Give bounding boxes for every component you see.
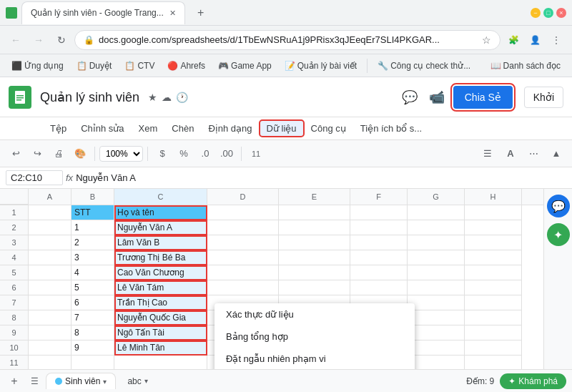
menu-item-datngu[interactable]: Đặt ngẫu nhiên phạm vi — [214, 348, 415, 369]
cell-h5[interactable] — [465, 265, 522, 280]
cell-b2[interactable]: 1 — [72, 220, 114, 235]
extensions-btn[interactable]: 🧩 — [503, 30, 523, 50]
bookmark-star-icon[interactable]: ☆ — [482, 34, 491, 46]
cell-f5[interactable] — [350, 265, 408, 280]
cell-b6[interactable]: 5 — [72, 280, 114, 295]
cell-h10[interactable] — [465, 340, 522, 356]
col-header-h[interactable]: H — [465, 189, 522, 205]
bookmark-quanlybv[interactable]: 📝 Quản lý bài viết — [279, 59, 363, 73]
cell-d1[interactable] — [207, 205, 279, 220]
cell-c11[interactable] — [114, 356, 207, 369]
col-header-b[interactable]: B — [72, 189, 114, 205]
menu-chinhedit[interactable]: Chỉnh sửa — [74, 120, 131, 137]
new-tab-button[interactable]: + — [191, 3, 211, 23]
bookmark-ctv[interactable]: 📋 CTV — [119, 59, 160, 73]
cell-b1[interactable]: STT — [72, 205, 114, 220]
menu-dulieu[interactable]: Dữ liệu — [260, 120, 304, 137]
cell-a7[interactable] — [29, 295, 72, 310]
cell-h1[interactable] — [465, 205, 522, 220]
cell-reference[interactable]: C2:C10 — [6, 170, 63, 185]
cell-b9[interactable]: 8 — [72, 325, 114, 340]
sheet-tab-abc[interactable]: abc ▾ — [119, 373, 156, 389]
comments-btn[interactable]: 💬 — [399, 87, 420, 108]
menu-item-bangtong[interactable]: Bảng tổng hợp — [214, 325, 415, 348]
cell-g10[interactable] — [408, 340, 465, 356]
sidebar-comments-icon[interactable]: 💬 — [547, 195, 570, 217]
minimize-btn[interactable]: − — [531, 8, 541, 18]
undo-btn[interactable]: ↩ — [6, 144, 26, 164]
cell-a4[interactable] — [29, 250, 72, 265]
col-header-f[interactable]: F — [350, 189, 408, 205]
sheets-list-button[interactable]: ☰ — [26, 373, 43, 390]
cell-g4[interactable] — [408, 250, 465, 265]
cell-e5[interactable] — [279, 265, 350, 280]
history-icon[interactable]: 🕐 — [176, 92, 188, 103]
col-header-d[interactable]: D — [207, 189, 279, 205]
cell-e2[interactable] — [279, 220, 350, 235]
cell-d3[interactable] — [207, 235, 279, 250]
cell-c1[interactable]: Họ và tên — [114, 205, 207, 220]
cell-c8[interactable]: Nguyễn Quốc Gia — [114, 310, 207, 325]
cell-c9[interactable]: Ngô Tấn Tài — [114, 325, 207, 340]
col-header-a[interactable]: A — [29, 189, 72, 205]
cell-a11[interactable] — [29, 356, 72, 369]
zoom-select[interactable]: 100% — [99, 146, 143, 162]
font-btn[interactable]: 11 — [246, 144, 266, 164]
cell-a2[interactable] — [29, 220, 72, 235]
menu-xem[interactable]: Xem — [132, 120, 165, 137]
profile-btn[interactable]: 👤 — [525, 30, 545, 50]
cell-e3[interactable] — [279, 235, 350, 250]
decimal-inc-btn[interactable]: .00 — [217, 144, 237, 164]
meet-btn[interactable]: 📹 — [426, 87, 448, 108]
bookmark-duyet[interactable]: 📋 Duyệt — [71, 59, 118, 73]
menu-dinhdag[interactable]: Định dạng — [201, 120, 259, 137]
cell-f4[interactable] — [350, 250, 408, 265]
cell-c10[interactable]: Lê Minh Tân — [114, 340, 207, 356]
cell-b5[interactable]: 4 — [72, 265, 114, 280]
menu-item-xacthuc[interactable]: Xác thực dữ liệu — [214, 303, 415, 325]
sidebar-explore-icon[interactable]: ✦ — [547, 223, 570, 246]
cell-g1[interactable] — [408, 205, 465, 220]
col-header-e[interactable]: E — [279, 189, 350, 205]
close-btn[interactable]: × — [556, 8, 566, 18]
url-bar[interactable]: 🔒 docs.google.com/spreadsheets/d/1TbEwNS… — [74, 30, 500, 50]
cell-a1[interactable] — [29, 205, 72, 220]
cell-g11[interactable] — [408, 356, 465, 369]
sheet-tab2-dropdown-icon[interactable]: ▾ — [144, 377, 148, 385]
cell-c6[interactable]: Lê Văn Tám — [114, 280, 207, 295]
cell-g7[interactable] — [408, 295, 465, 310]
cell-h8[interactable] — [465, 310, 522, 325]
cell-a5[interactable] — [29, 265, 72, 280]
cell-g3[interactable] — [408, 235, 465, 250]
cloud-icon[interactable]: ☁ — [162, 92, 172, 103]
cell-b11[interactable] — [72, 356, 114, 369]
cell-b10[interactable]: 9 — [72, 340, 114, 356]
cell-c4[interactable]: Trương Thị Bé Ba — [114, 250, 207, 265]
data-menu-dropdown[interactable]: Xác thực dữ liệu Bảng tổng hợp Đặt ngẫu … — [214, 303, 415, 369]
more-btn[interactable]: ⋮ — [546, 30, 566, 50]
paint-format-btn[interactable]: 🎨 — [70, 144, 90, 164]
cell-f1[interactable] — [350, 205, 408, 220]
cell-b4[interactable]: 3 — [72, 250, 114, 265]
cell-h4[interactable] — [465, 250, 522, 265]
menu-congcu[interactable]: Công cụ — [304, 120, 353, 137]
star-icon[interactable]: ★ — [148, 92, 157, 103]
menu-tep[interactable]: Tệp — [43, 120, 74, 137]
print-btn[interactable]: 🖨 — [49, 144, 69, 164]
tab-close-btn[interactable]: ✕ — [169, 9, 176, 18]
cell-c3[interactable]: Lâm Văn B — [114, 235, 207, 250]
more-formats-btn[interactable]: ⋯ — [523, 144, 543, 164]
formula-input[interactable]: Nguyễn Văn A — [76, 172, 566, 183]
cell-a8[interactable] — [29, 310, 72, 325]
cell-f6[interactable] — [350, 280, 408, 295]
cell-h7[interactable] — [465, 295, 522, 310]
cell-f2[interactable] — [350, 220, 408, 235]
sheet-tab-sinhvien[interactable]: Sinh viên ▾ — [46, 373, 116, 389]
reload-btn[interactable]: ↻ — [51, 30, 72, 50]
khoi-button[interactable]: Khởi — [524, 87, 563, 108]
align-btn[interactable]: ☰ — [478, 144, 498, 164]
percent-btn[interactable]: % — [174, 144, 194, 164]
bookmark-ahrefs[interactable]: 🔴 Ahrefs — [162, 59, 211, 73]
currency-btn[interactable]: $ — [152, 144, 172, 164]
cell-h2[interactable] — [465, 220, 522, 235]
